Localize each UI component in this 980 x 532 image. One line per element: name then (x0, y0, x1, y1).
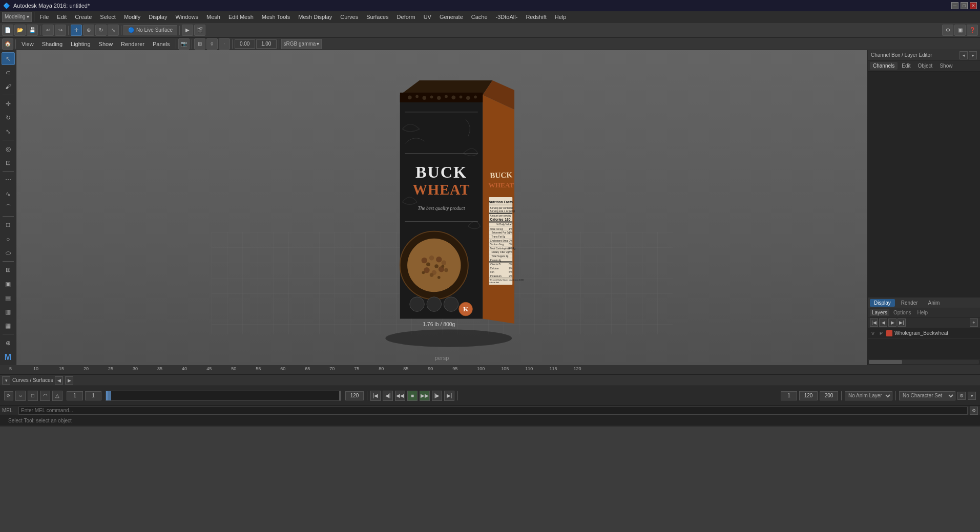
timeline-slider[interactable] (106, 391, 341, 401)
char-set-btn1[interactable]: ⚙ (957, 392, 966, 400)
move-tool[interactable]: ✛ (2, 97, 15, 110)
soft-mod-tool[interactable]: ◎ (2, 142, 15, 155)
play-forward-btn[interactable]: ▶▶ (420, 391, 430, 401)
layer-tab-anim[interactable]: Anim (924, 299, 944, 307)
layer-scrollbar[interactable] (869, 360, 979, 364)
time-ruler[interactable]: 5 10 15 20 25 30 35 40 45 50 55 60 65 70… (0, 365, 980, 374)
tab-edit[interactable]: Edit (899, 62, 913, 70)
layer-nav-next[interactable]: ▶ (888, 318, 896, 327)
rotate-tool-btn[interactable]: ↻ (95, 25, 107, 36)
play-prev-frame-btn[interactable]: ◀| (383, 391, 393, 401)
show-manip-tool[interactable]: ⊡ (2, 156, 15, 169)
play-stop-btn[interactable]: ■ (407, 391, 418, 401)
frame-start-input[interactable] (67, 391, 83, 400)
redo-btn[interactable]: ↪ (55, 25, 66, 36)
curves-left-btn[interactable]: ◀ (55, 376, 63, 385)
viewport[interactable]: BUCK WHEAT The best quality product (16, 50, 867, 365)
val1-input[interactable] (235, 39, 255, 49)
menu-windows[interactable]: Windows (172, 13, 202, 21)
curves-right-btn[interactable]: ▶ (65, 376, 73, 385)
layer-tab-display[interactable]: Display (870, 299, 895, 307)
cylinder-tool[interactable]: ⬭ (2, 246, 15, 259)
snap-point-btn[interactable]: · (219, 38, 230, 50)
solid-btn[interactable]: ▥ (2, 305, 15, 318)
render-btn[interactable]: ▶ (182, 25, 193, 36)
play-back-btn[interactable]: ◀◀ (395, 391, 405, 401)
anim-layer-select[interactable]: No Anim Layer (845, 391, 892, 400)
bezier-tool[interactable]: ⌒ (2, 201, 15, 214)
panel-collapse-btn[interactable]: ▸ (969, 51, 977, 59)
grid-display-btn[interactable]: ⊞ (2, 264, 15, 276)
close-button[interactable]: ✕ (970, 2, 977, 9)
tab-show[interactable]: Show (936, 62, 955, 70)
view-menu[interactable]: View (18, 40, 37, 48)
play-start-btn[interactable]: |◀ (370, 391, 381, 401)
title-bar-controls[interactable]: ─ □ ✕ (951, 2, 977, 9)
menu-mesh[interactable]: Mesh (203, 13, 224, 21)
layer-nav-end[interactable]: ▶| (898, 318, 906, 327)
menu-mesh-tools[interactable]: Mesh Tools (258, 13, 294, 21)
play-shape-triangle[interactable]: △ (52, 391, 62, 401)
snap-curve-btn[interactable]: ◊ (206, 38, 218, 50)
show-menu[interactable]: Show (95, 40, 117, 48)
sphere-tool[interactable]: ○ (2, 232, 15, 245)
curves-collapse-btn[interactable]: ▾ (2, 376, 10, 385)
menu-modify[interactable]: Modify (120, 13, 144, 21)
menu-display[interactable]: Display (145, 13, 171, 21)
layer-nav-prev[interactable]: ◀ (879, 318, 887, 327)
mel-settings-btn[interactable]: ⚙ (970, 407, 978, 415)
maximize-button[interactable]: □ (961, 2, 968, 9)
mode-dropdown[interactable]: Modeling ▾ (2, 12, 32, 22)
camera-btn[interactable]: 📷 (178, 38, 190, 50)
panel-btn[interactable]: ▣ (954, 25, 966, 36)
live-surface-btn[interactable]: 🔵 No Live Surface (123, 25, 177, 35)
menu-redshift[interactable]: Redshift (522, 13, 550, 21)
frame-max-input[interactable] (820, 391, 838, 400)
menu-select[interactable]: Select (96, 13, 119, 21)
val2-input[interactable] (256, 39, 277, 49)
minimize-button[interactable]: ─ (951, 2, 958, 9)
layer-color-swatch[interactable] (886, 330, 892, 336)
view-home-btn[interactable]: 🏠 (2, 38, 13, 50)
play-next-frame-btn[interactable]: |▶ (432, 391, 442, 401)
play-end-btn[interactable]: ▶| (444, 391, 454, 401)
lasso-tool[interactable]: ⊂ (2, 66, 15, 79)
render-view-btn[interactable]: 🎬 (194, 25, 205, 36)
play-shape-curve[interactable]: ◠ (40, 391, 50, 401)
settings-btn[interactable]: ⚙ (942, 25, 953, 36)
layer-sub-options[interactable]: Options (891, 309, 913, 316)
rotate-tool[interactable]: ↻ (2, 111, 15, 124)
scale-tool-btn[interactable]: ⤡ (108, 25, 119, 36)
play-shape-circle[interactable]: ○ (15, 391, 26, 401)
frame-range-end-input[interactable] (799, 391, 818, 400)
layer-p-btn[interactable]: P (878, 330, 884, 336)
curve-cv-tool[interactable]: ⋯ (2, 174, 15, 186)
frame-current-input[interactable] (85, 391, 101, 400)
layer-tab-render[interactable]: Render (897, 299, 922, 307)
texture-btn[interactable]: ▦ (2, 319, 15, 332)
layer-add-btn[interactable]: + (970, 318, 978, 327)
box-tool[interactable]: □ (2, 219, 15, 231)
undo-btn[interactable]: ↩ (43, 25, 54, 36)
gamma-dropdown[interactable]: sRGB gamma ▾ (281, 39, 322, 49)
layer-nav-start[interactable]: |◀ (870, 318, 878, 327)
open-file-btn[interactable]: 📂 (14, 25, 26, 36)
shading-menu[interactable]: Shading (38, 40, 66, 48)
menu-3dtoall[interactable]: -3DtoAll- (492, 13, 522, 21)
layer-sub-help[interactable]: Help (915, 309, 930, 316)
smooth-btn[interactable]: ▤ (2, 291, 15, 304)
menu-generate[interactable]: Generate (436, 13, 467, 21)
menu-edit-mesh[interactable]: Edit Mesh (225, 13, 257, 21)
menu-help[interactable]: Help (551, 13, 570, 21)
mel-input[interactable] (18, 407, 968, 415)
layer-v-btn[interactable]: V (870, 330, 876, 336)
menu-deform[interactable]: Deform (393, 13, 419, 21)
menu-create[interactable]: Create (71, 13, 95, 21)
scale-tool[interactable]: ⤡ (2, 125, 15, 138)
tab-channels[interactable]: Channels (870, 62, 898, 70)
menu-file[interactable]: File (36, 13, 53, 21)
playback-loop-btn[interactable]: ⟳ (4, 391, 13, 400)
menu-cache[interactable]: Cache (468, 13, 491, 21)
panels-menu[interactable]: Panels (149, 40, 174, 48)
select-tool-btn[interactable]: ✛ (71, 25, 82, 36)
